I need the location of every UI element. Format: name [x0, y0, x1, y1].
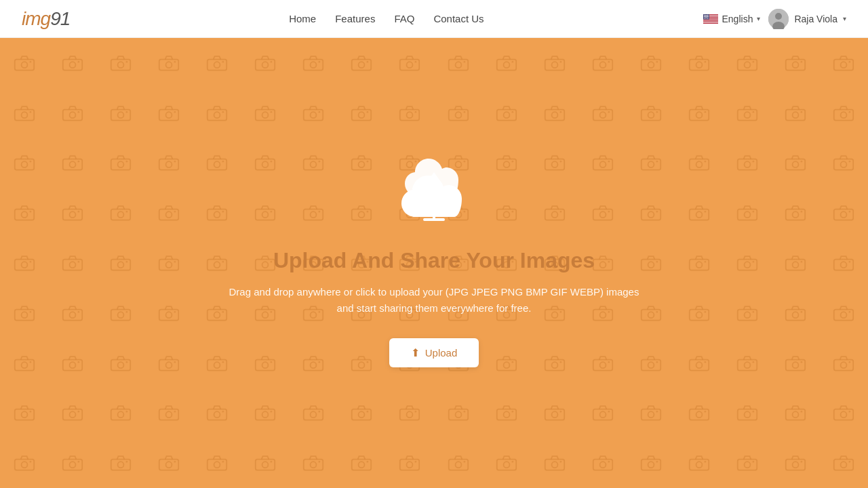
svg-point-68: [367, 61, 369, 63]
camera-cell: [0, 188, 48, 238]
nav-home[interactable]: Home: [289, 13, 316, 24]
svg-point-250: [696, 211, 703, 218]
svg-point-91: [745, 62, 751, 68]
svg-point-23: [707, 15, 707, 16]
svg-rect-249: [690, 209, 709, 220]
user-menu[interactable]: Raja Viola ▾: [768, 9, 846, 29]
svg-rect-378: [159, 359, 178, 370]
svg-point-109: [165, 112, 172, 118]
svg-point-152: [849, 111, 851, 113]
svg-point-265: [69, 262, 75, 268]
svg-rect-498: [352, 460, 371, 470]
camera-cell: [96, 238, 144, 288]
svg-rect-318: [62, 309, 81, 320]
svg-point-142: [696, 112, 703, 118]
svg-point-512: [559, 461, 561, 463]
svg-point-110: [174, 111, 176, 113]
camera-cell: [96, 338, 144, 388]
camera-cell: [48, 88, 96, 138]
camera-cell: [578, 438, 627, 488]
svg-point-268: [117, 262, 123, 268]
svg-point-19: [708, 14, 709, 15]
svg-point-74: [463, 61, 465, 63]
svg-point-25: [703, 16, 704, 17]
svg-point-65: [319, 61, 321, 63]
svg-point-103: [69, 112, 75, 118]
svg-point-472: [793, 412, 799, 418]
svg-point-200: [753, 161, 755, 163]
camera-cell: [482, 388, 530, 438]
camera-cell: [144, 288, 193, 338]
svg-point-125: [415, 111, 417, 113]
svg-rect-159: [111, 159, 130, 170]
svg-rect-261: [14, 260, 33, 270]
svg-point-307: [745, 262, 751, 268]
svg-point-248: [656, 211, 658, 213]
camera-cell: [96, 138, 144, 188]
svg-point-503: [415, 461, 417, 463]
svg-point-128: [463, 111, 465, 113]
svg-point-376: [117, 362, 123, 368]
svg-point-157: [69, 162, 75, 168]
camera-cell: [820, 188, 868, 238]
svg-point-505: [455, 462, 461, 468]
svg-point-101: [29, 111, 31, 113]
svg-point-140: [656, 111, 658, 113]
svg-rect-486: [159, 460, 178, 470]
camera-cell: [48, 238, 96, 288]
upload-button-label: Upload: [425, 347, 458, 359]
camera-cell: [530, 38, 578, 88]
svg-point-424: [21, 412, 27, 418]
svg-point-490: [214, 462, 220, 468]
camera-cell: [290, 88, 338, 138]
svg-rect-408: [642, 359, 660, 370]
svg-point-24: [707, 15, 708, 16]
svg-point-131: [511, 111, 513, 113]
svg-point-88: [696, 62, 703, 68]
svg-rect-7: [703, 19, 718, 20]
svg-point-443: [319, 411, 321, 413]
svg-point-97: [841, 62, 847, 68]
svg-point-310: [793, 262, 799, 268]
camera-cell: [0, 38, 48, 88]
svg-rect-510: [545, 460, 564, 470]
svg-point-55: [165, 62, 172, 68]
svg-point-202: [793, 162, 799, 168]
camera-cell: [675, 238, 724, 288]
svg-rect-435: [208, 409, 226, 420]
camera-cell: [241, 438, 290, 488]
svg-rect-12: [703, 22, 718, 23]
nav-contact[interactable]: Contact Us: [433, 13, 484, 24]
svg-rect-141: [690, 109, 709, 120]
svg-point-27: [705, 16, 706, 17]
svg-point-356: [656, 311, 658, 313]
camera-cell: [772, 288, 820, 338]
svg-point-127: [455, 112, 461, 118]
svg-point-409: [648, 362, 654, 368]
svg-rect-255: [786, 209, 805, 220]
svg-rect-309: [786, 260, 805, 270]
svg-point-247: [648, 211, 654, 218]
svg-point-208: [21, 211, 27, 218]
svg-point-316: [21, 312, 27, 318]
svg-point-365: [801, 311, 803, 313]
svg-point-134: [559, 111, 561, 113]
language-selector[interactable]: English ▾: [703, 14, 761, 24]
svg-rect-501: [400, 460, 419, 470]
svg-rect-372: [62, 359, 81, 370]
upload-button[interactable]: ⬆ Upload: [389, 338, 479, 367]
svg-point-154: [21, 162, 27, 168]
svg-rect-450: [448, 409, 467, 420]
svg-point-94: [793, 62, 799, 68]
brand-logo[interactable]: img91: [22, 8, 70, 30]
camera-cell: [144, 438, 193, 488]
svg-rect-69: [400, 60, 419, 70]
nav-features[interactable]: Features: [335, 13, 375, 24]
svg-point-43: [775, 13, 782, 20]
svg-point-50: [77, 61, 79, 63]
nav-faq[interactable]: FAQ: [394, 13, 414, 24]
svg-point-115: [262, 112, 269, 118]
svg-point-56: [174, 61, 176, 63]
camera-cell: [48, 138, 96, 188]
svg-point-35: [707, 17, 708, 18]
